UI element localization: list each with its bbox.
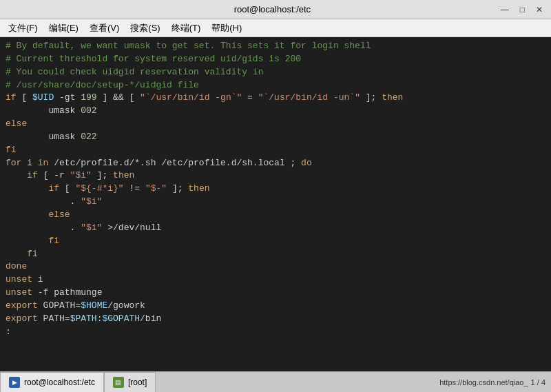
terminal-icon: ▶ [9,377,20,388]
root-icon: ▤ [113,377,124,388]
menu-view[interactable]: 查看(V) [84,21,125,36]
window-title: root@localhost:/etc [47,4,498,14]
code-line: fi [6,144,545,157]
window-controls[interactable]: — □ ✕ [498,3,545,16]
code-line: . "$i" [6,196,545,209]
status-bar: ▶ root@localhost:/etc ▤ [root] https://b… [0,371,551,392]
code-line: for i in /etc/profile.d/*.sh /etc/profil… [6,157,545,170]
terminal-label: root@localhost:/etc [24,378,95,387]
menu-bar: 文件(F) 编辑(E) 查看(V) 搜索(S) 终端(T) 帮助(H) [0,19,551,37]
code-line: else [6,209,545,222]
menu-help[interactable]: 帮助(H) [206,21,247,36]
minimize-button[interactable]: — [498,3,512,16]
terminal-tab[interactable]: ▶ root@localhost:/etc [0,372,104,392]
code-line: # By default, we want umask to get set. … [6,40,545,53]
menu-edit[interactable]: 编辑(E) [43,21,84,36]
menu-file[interactable]: 文件(F) [3,21,43,36]
code-line: # You could check uidgid reservation val… [6,66,545,79]
code-line: if [ "${-#*i}" != "$-" ]; then [6,183,545,196]
editor-area: # By default, we want umask to get set. … [0,37,551,371]
code-line: # Current threshold for system reserved … [6,53,545,66]
maximize-button[interactable]: □ [517,3,528,16]
title-bar: root@localhost:/etc — □ ✕ [0,0,551,19]
code-line: export GOPATH=$HOME/gowork [6,300,545,313]
status-right: https://blog.csdn.net/qiao_ 1 / 4 [439,378,551,386]
root-tab[interactable]: ▤ [root] [104,372,156,392]
code-line: else [6,118,545,131]
code-line: done [6,260,545,274]
close-button[interactable]: ✕ [533,3,545,16]
code-line: umask 022 [6,131,545,144]
code-line: # /usr/share/doc/setup-*/uidgid file [6,79,545,92]
code-line: unset i [6,274,545,287]
status-page: 1 / 4 [531,378,545,386]
code-line: umask 002 [6,105,545,118]
code-line: . "$i" >/dev/null [6,222,545,235]
code-line: export PATH=$PATH:$GOPATH/bin [6,313,545,326]
code-line: if [ -r "$i" ]; then [6,169,545,183]
code-line: unset -f pathmunge [6,287,545,300]
code-line: fi [6,248,545,261]
status-link: https://blog.csdn.net/qiao_ [439,378,528,386]
root-label: [root] [128,378,147,387]
code-line: : [6,326,545,339]
code-line: if [ $UID -gt 199 ] && [ "`/usr/bin/id -… [6,92,545,105]
menu-search[interactable]: 搜索(S) [125,21,165,36]
menu-terminal[interactable]: 终端(T) [166,21,207,36]
code-line: fi [6,235,545,248]
